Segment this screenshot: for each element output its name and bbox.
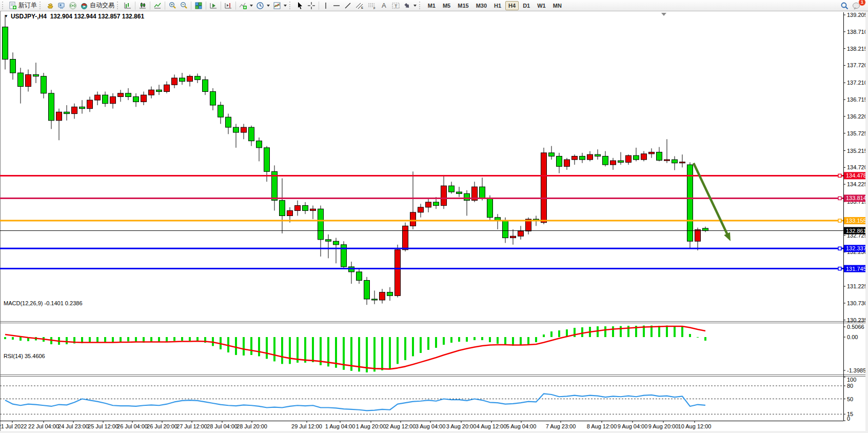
candle-body bbox=[364, 280, 370, 299]
candle-body bbox=[310, 209, 316, 210]
price-tick-label: 130.730 bbox=[847, 300, 867, 306]
fibonacci-tool[interactable]: F bbox=[366, 1, 378, 11]
tile-windows-button[interactable] bbox=[193, 1, 204, 11]
level-line-handle[interactable] bbox=[838, 267, 841, 270]
level-line-handle[interactable] bbox=[838, 174, 841, 177]
price-tick-label: 136.220 bbox=[847, 113, 867, 120]
zoom-in-button[interactable] bbox=[167, 1, 178, 11]
new-order-label: 新订单 bbox=[18, 1, 37, 10]
timeframe-mn[interactable]: MN bbox=[550, 1, 565, 10]
level-line-handle[interactable] bbox=[838, 196, 841, 200]
text-tool[interactable]: A bbox=[378, 1, 390, 11]
timeframe-m15[interactable]: M15 bbox=[455, 1, 471, 10]
terminal-button[interactable] bbox=[56, 1, 67, 11]
candle-body bbox=[357, 272, 362, 281]
market-watch-button[interactable] bbox=[45, 1, 56, 11]
candle-body bbox=[703, 228, 708, 231]
price-badge-current-price[interactable]: 132.861 bbox=[844, 227, 868, 234]
price-badge-resistance[interactable]: 133.814 bbox=[844, 194, 868, 202]
chart-shift-marker[interactable] bbox=[661, 13, 666, 16]
time-axis-label: 21 Jul 2022 bbox=[0, 423, 27, 429]
level-line-handle[interactable] bbox=[838, 219, 841, 222]
zoom-out-button[interactable] bbox=[178, 1, 189, 11]
candle-body bbox=[372, 299, 378, 300]
candle-body bbox=[380, 292, 385, 300]
timeframe-h4[interactable]: H4 bbox=[505, 1, 519, 10]
candle-body bbox=[580, 156, 585, 160]
candle-body bbox=[557, 156, 562, 166]
candle-body bbox=[395, 250, 401, 296]
candle-body bbox=[87, 100, 93, 109]
channel-tool[interactable]: E bbox=[353, 1, 366, 11]
autotrading-icon bbox=[80, 2, 88, 10]
price-badge-support[interactable]: 132.337 bbox=[844, 245, 868, 252]
trend-arrow[interactable] bbox=[694, 163, 728, 237]
timeframe-d1[interactable]: D1 bbox=[520, 1, 533, 10]
toolbar-separator bbox=[165, 2, 165, 10]
candlestick-chart-button[interactable] bbox=[137, 1, 148, 11]
level-lines-layer bbox=[0, 174, 843, 270]
price-badge-support[interactable]: 131.745 bbox=[844, 265, 868, 272]
templates-button[interactable] bbox=[271, 1, 288, 11]
terminal-icon bbox=[57, 2, 66, 10]
chart-menu-triangle[interactable]: ▼ bbox=[4, 14, 8, 18]
toolbar-separator bbox=[135, 2, 135, 10]
search-button[interactable] bbox=[838, 1, 851, 11]
periods-button[interactable] bbox=[254, 1, 271, 11]
label-tool[interactable]: T bbox=[390, 1, 402, 11]
candle-body bbox=[287, 211, 293, 216]
candle-body bbox=[333, 241, 339, 245]
periods-icon bbox=[256, 2, 264, 10]
chart-canvas[interactable]: 139.205138.710138.215137.720137.210136.7… bbox=[0, 0, 868, 433]
price-axis[interactable]: 139.205138.710138.215137.720137.210136.7… bbox=[843, 12, 867, 422]
signals-button[interactable] bbox=[67, 1, 78, 11]
candle-body bbox=[564, 160, 570, 166]
timeframe-w1[interactable]: W1 bbox=[534, 1, 549, 10]
autoscroll-button[interactable] bbox=[208, 1, 219, 11]
candle-body bbox=[510, 236, 516, 238]
timeframe-h1[interactable]: H1 bbox=[491, 1, 504, 10]
arrows-tool[interactable] bbox=[402, 1, 418, 11]
level-line-handle[interactable] bbox=[838, 247, 841, 250]
time-axis-label: 3 Aug 20:00 bbox=[446, 423, 477, 429]
cursor-tool-button[interactable] bbox=[294, 1, 306, 11]
chart-shift-button[interactable] bbox=[223, 1, 234, 11]
price-badge-resistance[interactable]: 134.478 bbox=[844, 172, 868, 179]
candle-body bbox=[203, 80, 208, 91]
horizontal-line-tool[interactable] bbox=[331, 1, 342, 11]
fibonacci-icon: F bbox=[367, 2, 377, 10]
bar-chart-button[interactable] bbox=[122, 1, 133, 11]
autotrading-button[interactable]: 自动交易 bbox=[78, 1, 116, 11]
price-tick-label: 134.720 bbox=[847, 164, 867, 170]
macd-tick-label: 0.5066 bbox=[847, 324, 864, 330]
candle-body bbox=[218, 105, 224, 117]
vertical-line-tool[interactable] bbox=[321, 1, 331, 11]
trend-arrow-head[interactable] bbox=[724, 232, 731, 241]
line-chart-button[interactable] bbox=[152, 1, 163, 11]
cursor-icon bbox=[296, 2, 304, 10]
indicators-button[interactable] bbox=[238, 1, 254, 11]
candle-body bbox=[426, 202, 431, 207]
candle-body bbox=[464, 193, 470, 200]
timeframe-m5[interactable]: M5 bbox=[440, 1, 453, 10]
price-tick-label: 137.210 bbox=[847, 80, 867, 86]
new-order-button[interactable]: 新订单 bbox=[7, 1, 38, 11]
svg-text:F: F bbox=[373, 7, 376, 10]
time-axis-label: 29 Jul 12:00 bbox=[291, 423, 322, 429]
candle-body bbox=[387, 292, 393, 296]
timeframe-m30[interactable]: M30 bbox=[473, 1, 490, 10]
window-bottom-edge bbox=[0, 431, 868, 433]
candle-body bbox=[3, 27, 8, 60]
svg-text:T: T bbox=[394, 3, 398, 8]
trendline-tool[interactable] bbox=[342, 1, 353, 11]
timeframe-m1[interactable]: M1 bbox=[425, 1, 439, 10]
crosshair-tool-button[interactable] bbox=[306, 1, 317, 11]
candle-body bbox=[172, 78, 177, 85]
trendline-icon bbox=[344, 2, 352, 10]
candle-body bbox=[549, 153, 555, 156]
price-badge-pivot[interactable]: 133.155 bbox=[844, 217, 868, 224]
candle-body bbox=[634, 155, 639, 160]
templates-icon bbox=[273, 2, 281, 10]
notifications-button[interactable]: 1 bbox=[851, 1, 863, 11]
candle-body bbox=[618, 161, 624, 162]
